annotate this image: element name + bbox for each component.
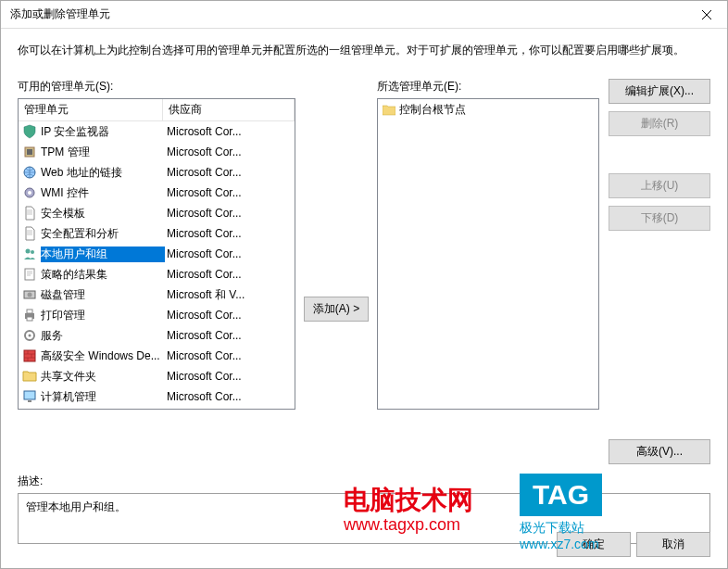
svg-rect-17 xyxy=(28,400,31,402)
item-name: 共享文件夹 xyxy=(41,369,165,385)
svg-rect-11 xyxy=(27,310,32,313)
window-title: 添加或删除管理单元 xyxy=(10,6,685,22)
list-item[interactable]: 共享文件夹Microsoft Cor... xyxy=(19,366,295,386)
advanced-button[interactable]: 高级(V)... xyxy=(609,439,710,464)
svg-point-14 xyxy=(29,335,31,337)
item-vendor: Microsoft Cor... xyxy=(165,349,295,362)
list-item[interactable]: 打印管理Microsoft Cor... xyxy=(19,305,295,325)
gear2-icon xyxy=(22,328,37,343)
svg-rect-1 xyxy=(27,149,32,155)
close-icon xyxy=(702,10,711,19)
item-vendor: Microsoft 和 V... xyxy=(165,287,295,303)
remove-button[interactable]: 删除(R) xyxy=(609,111,710,136)
item-vendor: Microsoft Cor... xyxy=(165,268,295,281)
item-vendor: Microsoft Cor... xyxy=(165,227,295,240)
svg-point-4 xyxy=(28,191,31,195)
svg-rect-16 xyxy=(24,391,35,399)
firewall-icon xyxy=(22,348,37,363)
item-vendor: Microsoft Cor... xyxy=(165,166,295,179)
tree-root-label: 控制台根节点 xyxy=(399,102,466,118)
close-button[interactable] xyxy=(685,1,727,29)
item-name: 任务计划程序 xyxy=(41,410,165,411)
item-name: TPM 管理 xyxy=(41,145,165,160)
list-item[interactable]: 安全配置和分析Microsoft Cor... xyxy=(19,223,295,244)
item-vendor: Microsoft Cor... xyxy=(165,329,295,342)
doc-icon xyxy=(22,206,37,221)
item-name: 服务 xyxy=(41,328,165,344)
doc-icon xyxy=(22,226,37,241)
item-vendor: Microsoft Cor... xyxy=(165,125,295,138)
computer-icon xyxy=(22,389,37,404)
ok-button[interactable]: 确定 xyxy=(557,532,631,557)
description-text: 管理本地用户和组。 xyxy=(26,500,126,513)
col-header-vendor[interactable]: 供应商 xyxy=(163,99,295,120)
list-item[interactable]: 本地用户和组Microsoft Cor... xyxy=(19,244,295,264)
item-vendor: Microsoft Cor... xyxy=(165,145,295,158)
folder-icon xyxy=(382,103,396,118)
item-name: 安全配置和分析 xyxy=(41,226,165,242)
item-vendor: Microsoft Cor... xyxy=(165,207,295,220)
globe-icon xyxy=(22,165,37,180)
svg-rect-15 xyxy=(24,350,35,361)
item-vendor: Microsoft Cor... xyxy=(165,309,295,322)
tree-root-item[interactable]: 控制台根节点 xyxy=(380,101,596,119)
item-vendor: Microsoft Cor... xyxy=(165,390,295,403)
item-vendor: Microsoft Cor... xyxy=(165,186,295,199)
users-icon xyxy=(22,247,37,261)
list-item[interactable]: 服务Microsoft Cor... xyxy=(19,325,295,346)
move-down-button[interactable]: 下移(D) xyxy=(609,206,710,231)
selected-tree[interactable]: 控制台根节点 xyxy=(377,98,599,410)
description-label: 描述: xyxy=(18,474,710,489)
item-name: 高级安全 Windows De... xyxy=(41,348,165,364)
cancel-button[interactable]: 取消 xyxy=(636,532,710,557)
chip-icon xyxy=(22,145,37,159)
list-item[interactable]: 计算机管理Microsoft Cor... xyxy=(19,386,295,407)
list-item[interactable]: WMI 控件Microsoft Cor... xyxy=(19,183,295,203)
edit-extensions-button[interactable]: 编辑扩展(X)... xyxy=(609,79,710,104)
list-item[interactable]: 任务计划程序Microsoft Cor... xyxy=(19,407,295,411)
list-item[interactable]: TPM 管理Microsoft Cor... xyxy=(19,142,295,162)
available-listbox[interactable]: 管理单元 供应商 IP 安全监视器Microsoft Cor...TPM 管理M… xyxy=(18,98,295,410)
selected-label: 所选管理单元(E): xyxy=(377,79,599,95)
svg-point-9 xyxy=(28,293,32,297)
item-name: 策略的结果集 xyxy=(41,267,165,283)
clock-icon xyxy=(22,410,37,411)
list-item[interactable]: 安全模板Microsoft Cor... xyxy=(19,203,295,223)
disk-icon xyxy=(22,287,37,302)
item-name: 打印管理 xyxy=(41,308,165,323)
item-name: Web 地址的链接 xyxy=(41,165,165,181)
item-vendor: Microsoft Cor... xyxy=(165,247,295,260)
policy-icon xyxy=(22,267,37,282)
item-name: 本地用户和组 xyxy=(41,247,165,262)
svg-rect-7 xyxy=(25,269,34,280)
item-name: WMI 控件 xyxy=(41,185,165,201)
list-item[interactable]: 策略的结果集Microsoft Cor... xyxy=(19,264,295,284)
list-item[interactable]: IP 安全监视器Microsoft Cor... xyxy=(19,121,295,142)
item-vendor: Microsoft Cor... xyxy=(165,370,295,383)
shield-icon xyxy=(22,124,37,139)
svg-point-5 xyxy=(26,249,31,254)
list-item[interactable]: 磁盘管理Microsoft 和 V... xyxy=(19,284,295,305)
move-up-button[interactable]: 上移(U) xyxy=(609,173,710,198)
dialog-description: 你可以在计算机上为此控制台选择可用的管理单元并配置所选的一组管理单元。对于可扩展… xyxy=(18,42,710,58)
list-item[interactable]: 高级安全 Windows De...Microsoft Cor... xyxy=(19,346,295,366)
available-label: 可用的管理单元(S): xyxy=(18,79,295,95)
list-item[interactable]: Web 地址的链接Microsoft Cor... xyxy=(19,162,295,183)
folder-icon xyxy=(22,369,37,384)
col-header-snapin[interactable]: 管理单元 xyxy=(19,99,163,120)
item-name: 计算机管理 xyxy=(41,389,165,405)
svg-rect-12 xyxy=(27,317,32,321)
item-name: IP 安全监视器 xyxy=(41,124,165,140)
printer-icon xyxy=(22,308,37,322)
gear-icon xyxy=(22,185,37,200)
item-name: 磁盘管理 xyxy=(41,287,165,303)
item-name: 安全模板 xyxy=(41,206,165,221)
add-button[interactable]: 添加(A) > xyxy=(304,297,369,322)
svg-point-6 xyxy=(31,250,34,254)
